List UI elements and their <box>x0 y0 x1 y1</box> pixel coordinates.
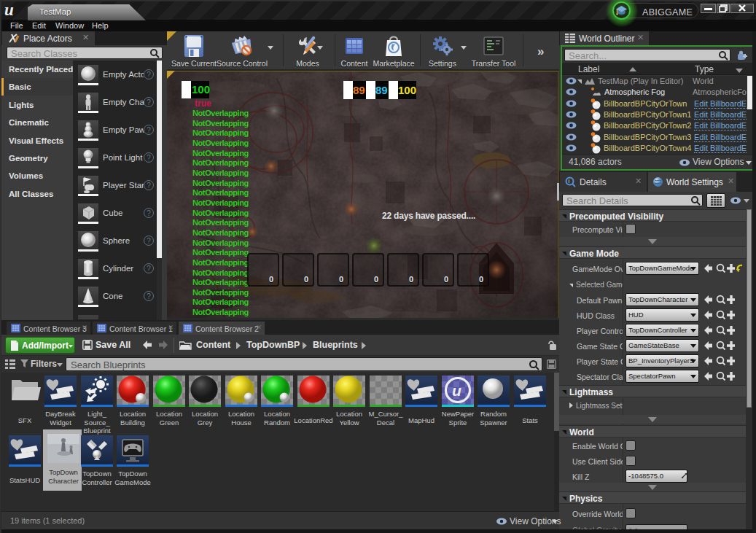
svg-text:i: i <box>569 178 570 184</box>
svg-text:u: u <box>452 382 461 399</box>
